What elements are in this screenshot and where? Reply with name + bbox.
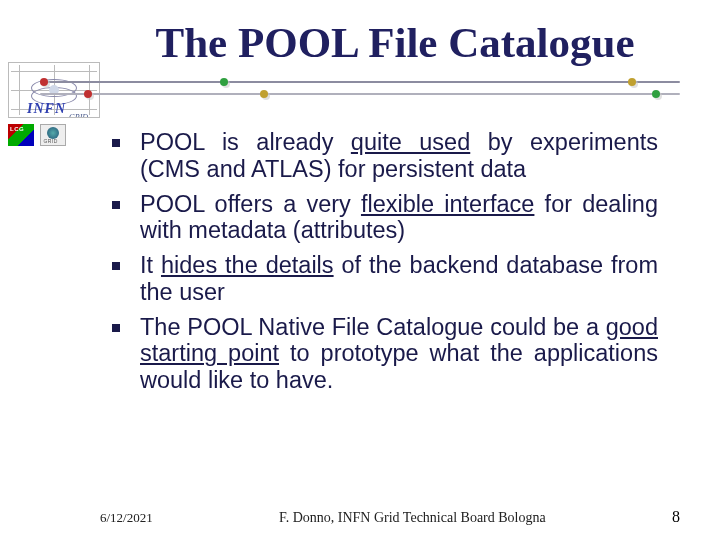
bullet-item: It hides the details of the backend data… [112,252,658,306]
rule-dot-icon [652,90,660,98]
bullet-list: POOL is already quite used by experiment… [112,129,658,394]
infn-logo-text: INFN [27,101,66,117]
footer-date: 6/12/2021 [100,510,153,526]
bullet-text: POOL is already [140,129,351,155]
infn-grid-small-text: GRID [69,113,88,118]
bullet-underlined-text: flexible interface [361,191,534,217]
rule-dot-icon [260,90,268,98]
bullet-underlined-text: quite used [351,129,470,155]
footer-author: F. Donno, INFN Grid Technical Board Bolo… [153,510,672,526]
bullet-underlined-text: hides the details [161,252,334,278]
rule-dot-icon [220,78,228,86]
rule-line-2 [40,93,680,95]
footer-page-number: 8 [672,508,680,526]
rule-dot-icon [84,90,92,98]
slide-title: The POOL File Catalogue [110,18,680,67]
lcg-logo-icon [8,124,34,146]
bullet-item: POOL offers a very flexible interface fo… [112,191,658,245]
slide: INFN GRID The POOL File Catalogue POOL i… [0,0,720,540]
logo-stack: INFN GRID [8,62,104,146]
grid-logo-icon [40,124,66,146]
rule-dot-icon [628,78,636,86]
bullet-text: It [140,252,161,278]
bullet-text: POOL offers a very [140,191,361,217]
bullet-text: The POOL Native File Catalogue could be … [140,314,606,340]
rule-line-1 [40,81,680,83]
bullet-item: POOL is already quite used by experiment… [112,129,658,183]
title-rules [40,81,680,95]
slide-footer: 6/12/2021 F. Donno, INFN Grid Technical … [0,508,720,526]
rule-dot-icon [40,78,48,86]
bullet-item: The POOL Native File Catalogue could be … [112,314,658,394]
